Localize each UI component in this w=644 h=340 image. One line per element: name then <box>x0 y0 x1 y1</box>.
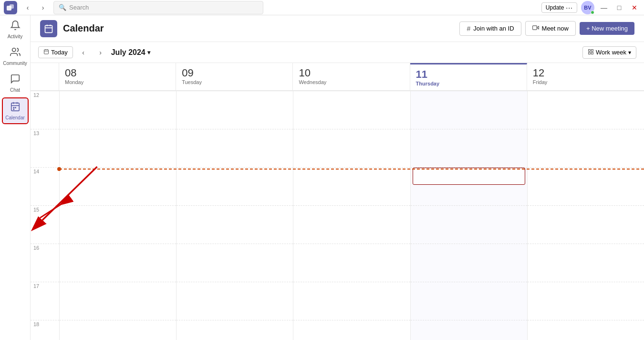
day-col-thu[interactable] <box>410 91 527 340</box>
avatar-online-dot <box>591 11 594 14</box>
month-label[interactable]: July 2024 ▾ <box>111 48 150 57</box>
day-header-thu: 11 Thursday <box>410 63 527 90</box>
day-col-tue[interactable] <box>176 91 293 340</box>
nav-back-button[interactable]: ‹ <box>21 1 34 14</box>
day-cell-thu-18[interactable] <box>411 320 527 340</box>
sidebar-item-activity[interactable]: Activity <box>2 17 29 42</box>
day-cell-fri-16[interactable] <box>528 244 644 282</box>
day-cell-fri-12[interactable] <box>528 91 644 129</box>
prev-week-button[interactable]: ‹ <box>77 46 90 59</box>
day-cell-tue-16[interactable] <box>177 244 293 282</box>
search-icon: 🔍 <box>59 4 66 11</box>
day-col-wed[interactable] <box>293 91 410 340</box>
day-cell-mon-14[interactable] <box>60 168 176 206</box>
day-name-thu: Thursday <box>416 81 521 86</box>
video-icon <box>532 24 539 32</box>
time-label-16: 16 <box>33 245 39 251</box>
next-week-button[interactable]: › <box>94 46 107 59</box>
day-cell-mon-17[interactable] <box>60 282 176 320</box>
day-cell-thu-12[interactable] <box>411 91 527 129</box>
search-bar[interactable]: 🔍 Search <box>53 1 263 14</box>
day-header-fri: 12 Friday <box>527 63 644 90</box>
community-icon <box>10 47 21 60</box>
calendar-nav-left: Today ‹ › July 2024 ▾ <box>38 46 150 59</box>
day-cell-tue-18[interactable] <box>177 320 293 340</box>
day-cell-wed-16[interactable] <box>293 244 410 282</box>
meet-now-label: Meet now <box>542 25 569 32</box>
day-cell-fri-15[interactable] <box>528 206 644 244</box>
svg-rect-7 <box>13 107 14 108</box>
day-cell-tue-17[interactable] <box>177 282 293 320</box>
titlebar: ‹ › 🔍 Search Update ··· BV — □ ✕ <box>0 0 644 15</box>
time-slot-16: 16 <box>31 244 59 282</box>
day-cell-fri-18[interactable] <box>528 320 644 340</box>
view-select[interactable]: Work week ▾ <box>582 46 636 59</box>
day-cell-fri-13[interactable] <box>528 129 644 168</box>
day-cell-tue-13[interactable] <box>177 129 293 168</box>
day-cell-wed-14[interactable] <box>293 168 410 206</box>
nav-forward-button[interactable]: › <box>36 1 50 14</box>
update-dots: ··· <box>566 4 573 11</box>
chevron-down-icon: ▾ <box>147 49 150 56</box>
join-with-id-button[interactable]: # Join with an ID <box>459 21 521 36</box>
update-button[interactable]: Update ··· <box>541 2 577 13</box>
day-num-08: 08 <box>65 67 170 79</box>
new-meeting-button[interactable]: + New meeting <box>580 22 634 35</box>
svg-rect-21 <box>592 49 593 51</box>
sidebar-item-calendar-label: Calendar <box>5 115 25 120</box>
time-label-17: 17 <box>33 283 39 289</box>
day-cell-mon-18[interactable] <box>60 320 176 340</box>
svg-rect-8 <box>15 107 16 108</box>
svg-rect-15 <box>532 26 537 30</box>
calendar-content: Calendar # Join with an ID Meet now <box>31 15 644 340</box>
meet-now-button[interactable]: Meet now <box>525 21 576 36</box>
day-cell-wed-17[interactable] <box>293 282 410 320</box>
calendar-title-area: Calendar <box>40 20 104 37</box>
titlebar-right: Update ··· BV — □ ✕ <box>541 1 640 14</box>
day-cell-thu-16[interactable] <box>411 244 527 282</box>
day-cell-thu-17[interactable] <box>411 282 527 320</box>
close-button[interactable]: ✕ <box>629 2 640 13</box>
day-cell-wed-13[interactable] <box>293 129 410 168</box>
sidebar-item-community[interactable]: Community <box>2 44 29 69</box>
sidebar-item-community-label: Community <box>3 61 27 66</box>
day-cell-fri-14[interactable] <box>528 168 644 206</box>
day-num-12: 12 <box>533 67 638 79</box>
day-cell-mon-13[interactable] <box>60 129 176 168</box>
minimize-button[interactable]: — <box>598 2 610 13</box>
sidebar-item-chat-label: Chat <box>10 87 20 93</box>
day-cell-wed-15[interactable] <box>293 206 410 244</box>
day-cell-thu-15[interactable] <box>411 206 527 244</box>
calendar-days-header: 08 Monday 09 Tuesday 10 Wednesday 11 Thu… <box>31 63 644 91</box>
day-cell-tue-12[interactable] <box>177 91 293 129</box>
sidebar-item-calendar[interactable]: Calendar <box>2 97 29 124</box>
sidebar: Activity Community Chat <box>0 15 31 340</box>
day-cell-mon-15[interactable] <box>60 206 176 244</box>
day-cell-wed-18[interactable] <box>293 320 410 340</box>
svg-rect-16 <box>44 50 49 54</box>
new-meeting-label: + New meeting <box>586 25 628 32</box>
sidebar-item-chat[interactable]: Chat <box>2 71 29 96</box>
day-name-mon: Monday <box>65 79 170 85</box>
day-cell-tue-15[interactable] <box>177 206 293 244</box>
day-col-fri[interactable] <box>527 91 644 340</box>
day-cell-mon-12[interactable] <box>60 91 176 129</box>
avatar-initials: BV <box>584 5 591 11</box>
search-placeholder: Search <box>69 4 89 11</box>
calendar-body: 12 13 14 15 16 17 18 <box>31 91 644 340</box>
svg-rect-1 <box>10 4 14 9</box>
day-num-11: 11 <box>416 68 521 81</box>
time-label-12: 12 <box>33 92 39 98</box>
day-col-mon[interactable] <box>59 91 176 340</box>
day-cell-tue-14[interactable] <box>177 168 293 206</box>
day-name-wed: Wednesday <box>299 79 404 85</box>
day-cell-fri-17[interactable] <box>528 282 644 320</box>
day-cell-wed-12[interactable] <box>293 91 410 129</box>
avatar: BV <box>581 1 594 14</box>
day-cell-mon-16[interactable] <box>60 244 176 282</box>
view-select-icon <box>588 49 594 56</box>
maximize-button[interactable]: □ <box>613 2 625 13</box>
current-time-dot <box>57 167 61 171</box>
day-cell-thu-13[interactable] <box>411 129 527 168</box>
today-button[interactable]: Today <box>38 46 73 58</box>
